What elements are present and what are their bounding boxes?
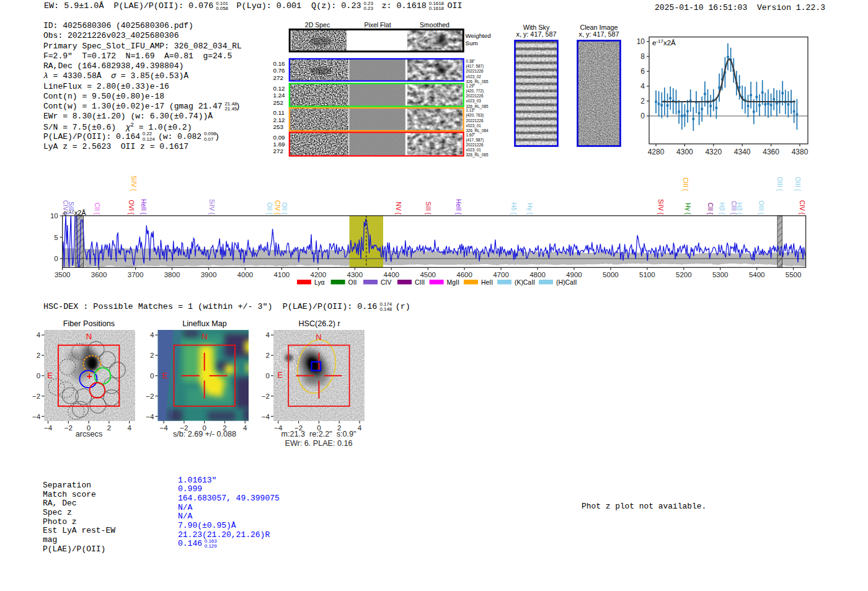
svg-text:5100: 5100 [639,271,655,278]
svg-text:Hγ {: Hγ { [526,203,533,215]
svg-text:4320: 4320 [705,148,722,156]
svg-text:HeII: HeII [481,279,493,286]
svg-text:5500: 5500 [786,271,802,278]
svg-text:4500: 4500 [420,271,436,278]
svg-text:HSC(26.2) r: HSC(26.2) r [298,319,340,328]
svg-text:Fiber Positions: Fiber Positions [63,319,115,328]
svg-text:8: 8 [640,52,645,61]
svg-text:N: N [86,332,92,341]
svg-text:10: 10 [637,37,645,46]
svg-text:3800: 3800 [164,271,180,278]
svg-text:E: E [277,370,283,380]
svg-text:2: 2 [107,424,111,432]
svg-text:N: N [202,332,207,341]
svg-text:4: 4 [37,331,41,339]
svg-text:N: N [316,332,321,342]
svg-text:4200: 4200 [311,271,327,278]
svg-text:CIV: CIV [381,279,391,286]
svg-text:4100: 4100 [274,271,290,278]
svg-text:SiIV {: SiIV { [657,199,664,215]
svg-text:6: 6 [640,67,645,76]
svg-text:CIII: CIII [415,279,425,286]
svg-text:4300: 4300 [347,271,363,278]
svg-text:−4: −4 [32,412,41,420]
svg-text:CIV {: CIV { [274,200,281,215]
svg-text:2: 2 [37,351,40,359]
svg-text:10: 10 [50,212,58,220]
svg-text:4: 4 [358,424,362,432]
svg-text:OIII {: OIII { [794,177,801,191]
svg-text:4: 4 [266,331,270,339]
svg-text:5200: 5200 [676,271,692,278]
svg-text:4360: 4360 [763,148,779,156]
svg-text:SiII {: SiII { [68,202,74,215]
svg-text:CIV {: CIV { [799,200,805,215]
svg-text:Hγ {: Hγ { [684,203,691,215]
svg-text:OII: OII [348,279,357,286]
svg-text:EWr: 6. PLAE: 0.16: EWr: 6. PLAE: 0.16 [285,439,353,448]
svg-text:2: 2 [640,97,645,105]
svg-text:Hβ {: Hβ { [719,203,725,215]
svg-text:4800: 4800 [529,271,546,278]
svg-text:0: 0 [266,371,270,380]
svg-text:4300: 4300 [676,148,693,156]
svg-text:m:21.3 re:2.2" s:0.9": m:21.3 re:2.2" s:0.9" [281,430,356,438]
svg-text:OII {: OII { [281,202,288,215]
svg-text:4000: 4000 [237,271,254,278]
svg-text:4380: 4380 [792,148,808,156]
svg-text:3900: 3900 [201,271,217,278]
svg-text:4400: 4400 [383,271,399,278]
svg-text:−2: −2 [64,424,73,432]
svg-text:NV {: NV { [395,202,402,215]
svg-text:−4: −4 [262,412,270,420]
svg-text:4280: 4280 [648,148,665,156]
svg-text:OVI {: OVI { [128,200,135,215]
svg-text:3700: 3700 [128,271,144,278]
svg-text:−4: −4 [146,412,154,420]
svg-text:−4: −4 [159,424,168,432]
svg-text:Lineflux Map: Lineflux Map [182,319,226,328]
svg-text:s/b: 2.69 +/- 0.088: s/b: 2.69 +/- 0.088 [173,430,236,438]
svg-text:−2: −2 [262,392,270,400]
svg-text:e-17x2Å: e-17x2Å [652,38,676,47]
svg-text:E: E [162,371,168,380]
svg-text:5000: 5000 [603,271,619,278]
svg-text:3600: 3600 [91,271,107,278]
svg-text:5: 5 [54,234,58,241]
svg-text:HeII {: HeII { [140,199,147,215]
svg-text:−2: −2 [32,392,40,400]
svg-text:OII {: OII { [266,202,273,215]
svg-text:CII {: CII { [94,203,100,215]
svg-text:3500: 3500 [55,271,71,278]
svg-text:4600: 4600 [456,271,472,278]
svg-text:5300: 5300 [712,271,728,278]
svg-text:Hδ {: Hδ { [510,203,517,215]
svg-text:SiIV {: SiIV { [130,176,137,192]
svg-text:CII {: CII { [707,203,714,215]
svg-text:(K)CaII: (K)CaII [515,279,535,286]
svg-text:4: 4 [127,424,131,432]
svg-text:HeII {: HeII { [455,199,462,215]
svg-text:0: 0 [640,112,645,120]
svg-text:4700: 4700 [493,271,509,278]
svg-text:5400: 5400 [749,271,765,278]
svg-text:4: 4 [150,331,154,339]
svg-text:SiII {: SiII { [425,202,432,215]
svg-text:E: E [47,371,53,380]
svg-text:2: 2 [266,351,270,359]
svg-text:0: 0 [54,255,58,262]
svg-text:(H)CaII: (H)CaII [556,279,577,286]
svg-text:OIII {: OIII { [758,200,764,215]
svg-text:0: 0 [37,371,40,380]
svg-text:4: 4 [640,82,645,91]
svg-text:arcsecs: arcsecs [76,430,102,438]
svg-text:2: 2 [150,351,154,359]
svg-text:OIII {: OIII { [776,177,783,191]
svg-text:4340: 4340 [734,148,751,156]
svg-text:MgII: MgII [447,279,459,286]
svg-text:Lyα: Lyα [314,279,325,286]
svg-text:−2: −2 [146,392,154,400]
svg-text:−4: −4 [44,424,53,432]
svg-text:SiIV {: SiIV { [208,199,215,215]
svg-text:0: 0 [150,371,154,380]
